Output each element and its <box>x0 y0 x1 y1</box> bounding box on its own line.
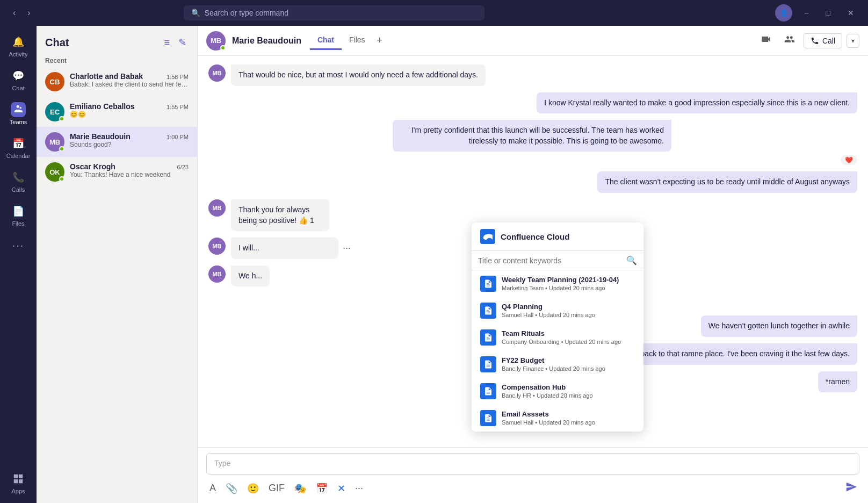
add-tab-button[interactable]: + <box>373 31 387 50</box>
confluence-item[interactable]: Compensation Hub Banc.ly HR • Updated 20… <box>472 378 643 405</box>
message-row: MB That would be nice, but at most I wou… <box>208 64 857 86</box>
minimize-button[interactable]: − <box>799 6 814 19</box>
sidebar-item-calendar[interactable]: 📅 Calendar <box>3 132 34 163</box>
apps-label: Apps <box>11 488 25 494</box>
chat-header: MB Marie Beaudouin Chat Files + Call <box>198 26 868 56</box>
gif-button[interactable]: GIF <box>265 480 288 496</box>
title-bar: ‹ › 🔍 Search or type command 👤 − □ ✕ <box>0 0 868 26</box>
chat-preview: You: Thanks! Have a nice weekend <box>70 171 189 178</box>
call-button[interactable]: Call <box>804 33 842 48</box>
chat-preview: Babak: I asked the client to send her fe… <box>70 81 189 88</box>
message-row: I'm pretty confident that this launch wi… <box>208 120 857 165</box>
doc-icon <box>480 383 496 399</box>
tab-chat[interactable]: Chat <box>310 31 342 50</box>
sidebar-item-calls[interactable]: 📞 Calls <box>3 166 34 197</box>
attach-button[interactable]: 📎 <box>222 480 241 497</box>
avatar-initials: CB <box>50 78 60 86</box>
chat-list: CB Charlotte and Babak 1:58 PM Babak: I … <box>37 67 197 503</box>
sidebar-item-apps[interactable]: Apps <box>3 467 34 499</box>
sidebar-item-teams[interactable]: Teams <box>3 98 34 130</box>
sticker-button[interactable]: 🎭 <box>291 480 309 497</box>
avatar-initials: MB <box>49 138 60 146</box>
more-options-button[interactable]: ··· <box>343 242 351 254</box>
more-tools-button[interactable]: ··· <box>352 480 366 496</box>
format-button[interactable]: A <box>206 480 219 496</box>
forward-button[interactable]: › <box>23 6 34 20</box>
chat-header-name: Marie Beaudouin <box>232 36 301 46</box>
sidebar-item-chat[interactable]: 💬 Chat <box>3 64 34 96</box>
tab-files[interactable]: Files <box>342 31 373 50</box>
confluence-popup: Confluence Cloud 🔍 Weekly Team Planning … <box>472 222 643 432</box>
list-item[interactable]: MB Marie Beaudouin 1:00 PM Sounds good? <box>37 127 197 157</box>
user-avatar[interactable]: 👤 <box>775 4 792 21</box>
confluence-item[interactable]: Email Asssets Samuel Hall • Updated 20 m… <box>472 405 643 432</box>
more-icon: ··· <box>11 238 26 253</box>
main-layout: 🔔 Activity 💬 Chat Teams 📅 Calendar 📞 Cal… <box>0 26 868 503</box>
header-actions: Call ▾ <box>756 31 859 51</box>
calendar-icon: 📅 <box>11 136 26 151</box>
list-item[interactable]: OK Oscar Krogh 6/23 You: Thanks! Have a … <box>37 157 197 187</box>
search-placeholder: Search or type command <box>205 9 288 17</box>
confluence-item[interactable]: Q4 Planning Samuel Hall • Updated 20 min… <box>472 297 643 324</box>
chat-item-body: Oscar Krogh 6/23 You: Thanks! Have a nic… <box>70 162 189 178</box>
message-bubble: Thank you for always being so positive! … <box>231 199 329 231</box>
send-button[interactable] <box>843 479 859 498</box>
confluence-tool-button[interactable]: ✕ <box>334 480 349 497</box>
message-bubble: We haven't gotten lunch together in awhi… <box>701 315 857 337</box>
teams-icon <box>11 102 26 117</box>
confluence-item-title: Q4 Planning <box>502 303 635 311</box>
confluence-item-body: FY22 Budget Banc.ly Finance • Updated 20… <box>502 356 635 372</box>
close-button[interactable]: ✕ <box>842 6 859 19</box>
sidebar: Chat ≡ ✎ Recent CB Charlotte and Babak 1… <box>37 26 198 503</box>
input-toolbar: A 📎 🙂 GIF 🎭 📅 ✕ ··· <box>206 479 859 498</box>
message-input[interactable]: Type <box>206 453 859 475</box>
message-bubble: I will... <box>231 238 338 259</box>
files-label: Files <box>12 220 24 227</box>
message-bubble: We h... <box>231 265 270 287</box>
confluence-item[interactable]: Team Rituals Company Onboarding • Update… <box>472 324 643 351</box>
sidebar-item-more[interactable]: ··· <box>3 233 34 257</box>
emoji-button[interactable]: 🙂 <box>244 480 262 497</box>
back-button[interactable]: ‹ <box>9 6 20 20</box>
maximize-button[interactable]: □ <box>821 6 836 19</box>
doc-icon <box>480 303 496 319</box>
avatar: CB <box>45 72 64 91</box>
activity-icon: 🔔 <box>11 34 26 49</box>
confluence-header: Confluence Cloud <box>472 222 643 251</box>
call-dropdown[interactable]: ▾ <box>847 34 859 48</box>
confluence-item-title: FY22 Budget <box>502 356 635 364</box>
confluence-search-input[interactable] <box>478 256 622 265</box>
confluence-item-meta: Banc.ly HR • Updated 20 mins ago <box>502 392 635 399</box>
video-call-button[interactable] <box>756 31 776 51</box>
confluence-item[interactable]: FY22 Budget Banc.ly Finance • Updated 20… <box>472 351 643 378</box>
message-row: I know Krystal really wanted to make a g… <box>208 92 857 114</box>
list-item[interactable]: EC Emiliano Ceballos 1:55 PM 😊😊 <box>37 97 197 127</box>
new-chat-button[interactable]: ✎ <box>176 34 189 51</box>
chat-preview: Sounds good? <box>70 141 189 148</box>
chat-time: 1:00 PM <box>167 134 189 140</box>
message-reaction: ❤️ <box>841 155 857 165</box>
schedule-button[interactable]: 📅 <box>313 480 331 497</box>
chat-icon: 💬 <box>11 68 26 83</box>
icon-bar: 🔔 Activity 💬 Chat Teams 📅 Calendar 📞 Cal… <box>0 26 37 503</box>
chat-main: MB Marie Beaudouin Chat Files + Call <box>198 26 868 503</box>
calls-label: Calls <box>12 186 25 193</box>
sidebar-actions: ≡ ✎ <box>162 34 189 51</box>
chat-preview: 😊😊 <box>70 111 189 118</box>
people-button[interactable] <box>780 31 799 51</box>
avatar: MB <box>45 132 64 152</box>
sidebar-item-activity[interactable]: 🔔 Activity <box>3 30 34 62</box>
files-icon: 📄 <box>11 204 26 219</box>
sidebar-item-files[interactable]: 📄 Files <box>3 199 34 231</box>
doc-icon <box>480 356 496 372</box>
chat-label: Chat <box>12 85 24 91</box>
teams-label: Teams <box>10 119 27 125</box>
confluence-item-title: Weekly Team Planning (2021-19-04) <box>502 276 635 284</box>
list-item[interactable]: CB Charlotte and Babak 1:58 PM Babak: I … <box>37 67 197 97</box>
search-bar[interactable]: 🔍 Search or type command <box>184 5 484 20</box>
confluence-item-meta: Marketing Team • Updated 20 mins ago <box>502 285 635 291</box>
messages-area: MB That would be nice, but at most I wou… <box>198 56 868 447</box>
filter-button[interactable]: ≡ <box>162 34 172 51</box>
confluence-item[interactable]: Weekly Team Planning (2021-19-04) Market… <box>472 270 643 297</box>
sidebar-header: Chat ≡ ✎ <box>37 26 197 55</box>
